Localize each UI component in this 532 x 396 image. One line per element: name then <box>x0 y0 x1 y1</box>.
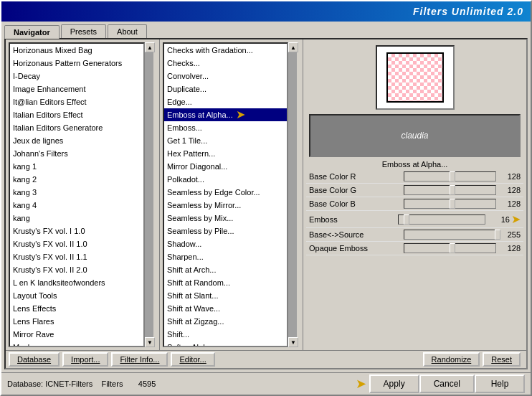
scroll-up-arrow[interactable]: ▲ <box>145 42 155 52</box>
filter-item[interactable]: Checks... <box>164 57 287 70</box>
list-item[interactable]: Jeux de lignes <box>10 134 143 147</box>
right-panel: claudia Emboss at Alpha... Base Color R … <box>303 39 526 350</box>
filter-item[interactable]: Shift at Zigzag... <box>164 315 287 328</box>
scroll-track[interactable] <box>145 52 153 337</box>
list-item[interactable]: Italian Editors Effect <box>10 108 143 121</box>
slider-thumb[interactable] <box>450 243 455 253</box>
filter-item[interactable]: Seamless by Edge Color... <box>164 186 287 199</box>
param-slider[interactable] <box>398 214 485 225</box>
left-scrollbar[interactable]: ▲ ▼ <box>145 42 156 347</box>
category-list[interactable]: Horizonaus Mixed Bag Horizonaus Pattern … <box>9 42 145 347</box>
list-item[interactable]: kang <box>10 212 143 225</box>
param-value: 16 <box>488 215 510 224</box>
tab-navigator[interactable]: Navigator <box>4 25 60 39</box>
filter-item[interactable]: Convolver... <box>164 70 287 82</box>
emboss-param-arrow-icon: ➤ <box>511 212 521 226</box>
filter-item[interactable]: Soften Alpha... <box>164 341 287 347</box>
param-label: Base Color B <box>309 199 401 208</box>
apply-button[interactable]: Apply <box>369 374 419 393</box>
filter-item[interactable]: Hex Pattern... <box>164 147 287 160</box>
list-item[interactable]: Horizonaus Pattern Generators <box>10 57 143 70</box>
list-item[interactable]: Mock <box>10 341 143 347</box>
filter-item[interactable]: Edge... <box>164 95 287 108</box>
filter-item[interactable]: Shift... <box>164 328 287 341</box>
param-value: 128 <box>499 172 521 181</box>
main-content: Horizonaus Mixed Bag Horizonaus Pattern … <box>4 38 528 369</box>
database-button[interactable]: Database <box>9 352 60 367</box>
editor-button[interactable]: Editor... <box>171 352 214 367</box>
list-item[interactable]: Krusty's FX vol. II 2.0 <box>10 263 143 276</box>
list-item[interactable]: It@lian Editors Effect <box>10 95 143 108</box>
filter-item[interactable]: Duplicate... <box>164 82 287 95</box>
param-slider[interactable] <box>404 230 497 240</box>
list-item[interactable]: Krusty's FX vol. II 1.1 <box>10 250 143 263</box>
list-item[interactable]: kang 1 <box>10 160 143 173</box>
param-slider[interactable] <box>404 185 497 195</box>
reset-button[interactable]: Reset <box>483 352 521 367</box>
list-item[interactable]: I-Decay <box>10 70 143 82</box>
scroll-down-arrow[interactable]: ▼ <box>288 337 298 347</box>
filter-info-button[interactable]: Filter Info... <box>111 352 168 367</box>
filter-item[interactable]: Seamless by Mix... <box>164 212 287 225</box>
title-bar: Filters Unlimited 2.0 <box>1 1 531 22</box>
filter-item[interactable]: Shift at Arch... <box>164 263 287 276</box>
param-value: 255 <box>499 230 521 239</box>
tab-presets[interactable]: Presets <box>61 24 106 38</box>
help-button[interactable]: Help <box>475 374 525 393</box>
slider-thumb[interactable] <box>450 185 455 195</box>
randomize-button[interactable]: Randomize <box>423 352 480 367</box>
param-slider[interactable] <box>404 171 497 182</box>
filter-item[interactable]: Seamless by Pile... <box>164 225 287 237</box>
filter-item[interactable]: Sharpen... <box>164 250 287 263</box>
param-label: Emboss <box>309 215 395 224</box>
emboss-arrow-icon: ➤ <box>236 109 245 121</box>
cancel-button[interactable]: Cancel <box>419 374 475 393</box>
list-item[interactable]: kang 3 <box>10 186 143 199</box>
slider-thumb[interactable] <box>495 230 500 240</box>
import-button[interactable]: Import... <box>62 352 108 367</box>
filter-list[interactable]: Checks with Gradation... Checks... Convo… <box>163 42 288 347</box>
slider-thumb[interactable] <box>404 214 409 225</box>
filter-item[interactable]: Checks with Gradation... <box>164 44 287 57</box>
list-item[interactable]: kang 2 <box>10 173 143 186</box>
list-item[interactable]: Layout Tools <box>10 289 143 302</box>
filter-item[interactable]: Seamless by Mirror... <box>164 199 287 212</box>
list-item[interactable]: Krusty's FX vol. I 1.0 <box>10 225 143 237</box>
list-item[interactable]: Lens Flares <box>10 315 143 328</box>
slider-thumb[interactable] <box>450 199 455 209</box>
filter-item[interactable]: Shadow... <box>164 237 287 250</box>
slider-thumb[interactable] <box>450 171 455 182</box>
left-panel: Horizonaus Mixed Bag Horizonaus Pattern … <box>6 39 160 350</box>
filter-item[interactable]: Shift at Random... <box>164 276 287 289</box>
middle-scrollbar[interactable]: ▲ ▼ <box>288 42 300 347</box>
filter-item[interactable]: Shift at Wave... <box>164 302 287 315</box>
param-base-color-g: Base Color G 128 <box>306 184 523 197</box>
database-value: ICNET-Filters <box>45 380 92 388</box>
param-label: Opaque Emboss <box>309 244 401 253</box>
list-item[interactable]: Horizonaus Mixed Bag <box>10 44 143 57</box>
list-item[interactable]: Johann's Filters <box>10 147 143 160</box>
list-item[interactable]: kang 4 <box>10 199 143 212</box>
list-item[interactable]: Lens Effects <box>10 302 143 315</box>
middle-panel: Checks with Gradation... Checks... Convo… <box>160 39 303 350</box>
thumbnail-text: claudia <box>401 131 428 141</box>
filter-item[interactable]: Polkadot... <box>164 173 287 186</box>
filter-item[interactable]: Mirror Diagonal... <box>164 160 287 173</box>
param-base-source: Base<->Source 255 <box>306 228 523 242</box>
scroll-track[interactable] <box>288 52 297 337</box>
scroll-down-arrow[interactable]: ▼ <box>145 337 155 347</box>
scroll-up-arrow[interactable]: ▲ <box>288 42 298 52</box>
preview-label: Emboss at Alpha... <box>306 159 523 170</box>
filter-item[interactable]: Shift at Slant... <box>164 289 287 302</box>
list-item[interactable]: Image Enhancement <box>10 82 143 95</box>
filter-item[interactable]: Get 1 Tile... <box>164 134 287 147</box>
param-slider[interactable] <box>404 243 497 253</box>
list-item[interactable]: L en K landksiteofwonders <box>10 276 143 289</box>
filter-item-selected[interactable]: Emboss at Alpha... ➤ <box>164 108 287 121</box>
list-item[interactable]: Italian Editors Generatore <box>10 121 143 134</box>
list-item[interactable]: Krusty's FX vol. II 1.0 <box>10 237 143 250</box>
filter-item[interactable]: Emboss... <box>164 121 287 134</box>
list-item[interactable]: Mirror Rave <box>10 328 143 341</box>
param-slider[interactable] <box>404 199 497 209</box>
tab-about[interactable]: About <box>108 24 147 38</box>
